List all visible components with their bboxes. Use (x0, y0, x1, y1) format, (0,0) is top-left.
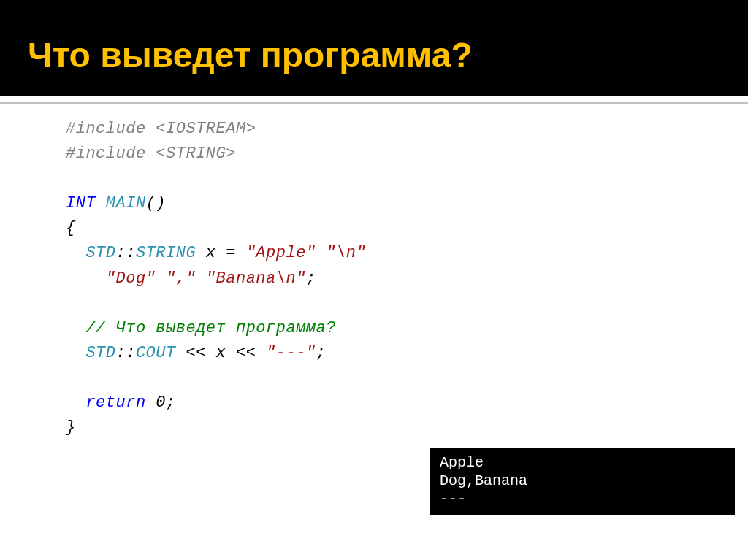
header-bar: Что выведет программа? (0, 0, 748, 96)
code-comma: "," (166, 269, 196, 288)
code-apple: "Apple" (246, 244, 316, 262)
code-brace-open: { (66, 219, 76, 237)
code-col2: :: (116, 344, 136, 362)
code-semi2: ; (316, 344, 327, 362)
code-std1: STD (66, 244, 116, 262)
code-banana: "Banana\n" (206, 269, 306, 288)
code-line-1b: <IOSTREAM> (156, 120, 256, 138)
code-line-2a: #include (66, 145, 156, 163)
code-sp3 (196, 269, 206, 288)
code-comment: // Что выведет программа? (66, 319, 336, 337)
slide: Что выведет программа? #include <IOSTREA… (0, 0, 748, 560)
divider (0, 102, 748, 104)
code-brace-close: } (66, 418, 76, 437)
code-std2: STD (66, 344, 116, 362)
code-dog: "Dog" (106, 269, 156, 288)
code-int: INT (66, 194, 96, 212)
code-string: STRING (136, 244, 196, 262)
code-cout: COUT (136, 344, 176, 362)
code-parens: () (146, 194, 166, 212)
code-col1: :: (116, 244, 136, 262)
code-xeq: x = (196, 244, 246, 262)
code-zero: 0; (146, 394, 176, 412)
code-semi1: ; (306, 269, 316, 288)
code-line-2b: <STRING> (156, 145, 236, 163)
slide-title: Что выведет программа? (28, 35, 473, 75)
code-return: return (66, 394, 146, 412)
code-line-1a: #include (66, 120, 156, 138)
output-box: Apple Dog,Banana --- (430, 448, 735, 515)
code-indent6 (66, 269, 106, 288)
code-sp1 (316, 244, 327, 262)
code-sp2 (156, 269, 166, 288)
code-nl: "\n" (326, 244, 366, 262)
code-dashes: "---" (266, 344, 316, 362)
code-outx: << x << (176, 344, 266, 362)
code-block: #include <IOSTREAM> #include <STRING> IN… (66, 117, 366, 440)
code-main: MAIN (96, 194, 146, 212)
